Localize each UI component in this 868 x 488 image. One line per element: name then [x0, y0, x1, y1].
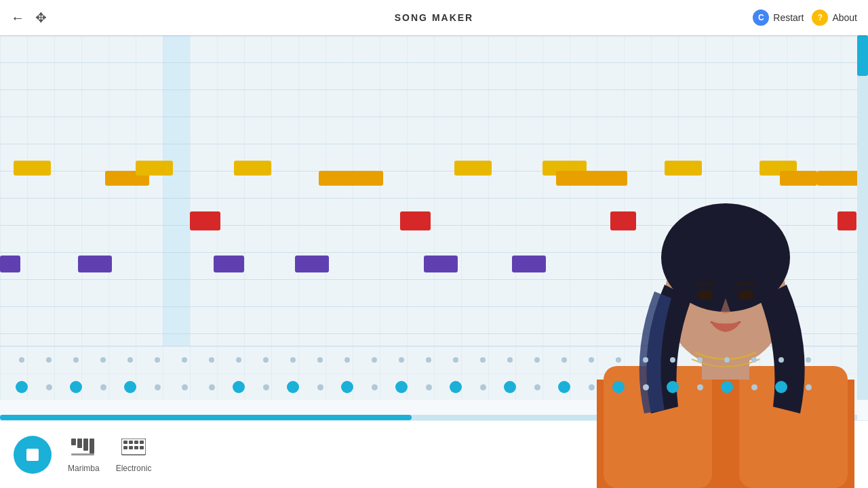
perc-dot-cell[interactable]	[361, 384, 388, 390]
perc-dot-cell[interactable]	[686, 357, 713, 363]
perc-dot-cell[interactable]	[334, 357, 361, 363]
perc-dot-cell[interactable]	[388, 381, 415, 393]
note[interactable]	[0, 256, 20, 272]
note[interactable]	[590, 171, 627, 186]
percussion-area[interactable]	[0, 346, 857, 400]
perc-dot-cell[interactable]	[415, 384, 442, 390]
perc-dot-cell[interactable]	[659, 381, 686, 393]
note[interactable]	[610, 211, 636, 230]
note[interactable]	[78, 256, 112, 272]
note[interactable]	[780, 171, 817, 186]
perc-dot-cell[interactable]	[8, 381, 35, 393]
note[interactable]	[454, 161, 492, 176]
about-button[interactable]: ? About	[812, 9, 857, 26]
perc-dot-cell[interactable]	[795, 384, 822, 390]
perc-dot-cell[interactable]	[686, 384, 713, 390]
perc-dot-cell[interactable]	[632, 357, 659, 363]
perc-dot-cell[interactable]	[144, 357, 171, 363]
perc-dot-cell[interactable]	[524, 357, 551, 363]
perc-dot-cell[interactable]	[117, 381, 144, 393]
perc-dot-cell[interactable]	[795, 357, 822, 363]
perc-dot-cell[interactable]	[225, 381, 252, 393]
note[interactable]	[512, 256, 546, 272]
perc-dot-cell[interactable]	[659, 357, 686, 363]
note[interactable]	[136, 161, 173, 176]
perc-dot-cell[interactable]	[632, 384, 659, 390]
perc-dot-cell[interactable]	[198, 384, 225, 390]
perc-dot-cell[interactable]	[469, 384, 496, 390]
perc-dot-cell[interactable]	[144, 384, 171, 390]
perc-dot-cell[interactable]	[768, 381, 795, 393]
perc-dot-cell[interactable]	[90, 384, 117, 390]
tempo-thumb[interactable]	[751, 448, 765, 462]
perc-dot-active	[124, 381, 136, 393]
perc-dot-cell[interactable]	[8, 357, 35, 363]
note[interactable]	[214, 256, 244, 272]
perc-dot-cell[interactable]	[252, 357, 279, 363]
perc-dot-cell[interactable]	[279, 381, 307, 393]
percussion-container[interactable]	[5, 346, 852, 400]
perc-dot-cell[interactable]	[578, 357, 605, 363]
perc-dot-cell[interactable]	[198, 357, 225, 363]
perc-dot-cell[interactable]	[117, 357, 144, 363]
note[interactable]	[234, 161, 271, 176]
percussion-row-2[interactable]	[5, 373, 852, 401]
perc-dot-cell[interactable]	[713, 357, 741, 363]
perc-dot-cell[interactable]	[171, 384, 198, 390]
perc-dot-cell[interactable]	[252, 384, 279, 390]
perc-dot-cell[interactable]	[334, 381, 361, 393]
note[interactable]	[837, 211, 856, 230]
perc-dot-cell[interactable]	[713, 381, 741, 393]
note[interactable]	[14, 161, 51, 176]
perc-dot-cell[interactable]	[62, 357, 90, 363]
perc-dot-cell[interactable]	[469, 357, 496, 363]
scrollbar-track[interactable]	[857, 35, 868, 400]
perc-dot-cell[interactable]	[442, 357, 469, 363]
perc-dot-cell[interactable]	[605, 357, 632, 363]
note[interactable]	[424, 256, 458, 272]
svg-rect-11	[129, 441, 133, 444]
perc-dot-cell[interactable]	[741, 357, 768, 363]
restart-button[interactable]: C Restart	[753, 9, 804, 26]
perc-dot-cell[interactable]	[171, 357, 198, 363]
tempo-slider[interactable]	[677, 453, 812, 457]
back-button[interactable]: ←	[11, 10, 24, 26]
perc-dot-cell[interactable]	[496, 381, 524, 393]
perc-dot-cell[interactable]	[442, 381, 469, 393]
svg-rect-16	[134, 446, 138, 449]
perc-dot-cell[interactable]	[35, 384, 62, 390]
perc-dot-cell[interactable]	[90, 357, 117, 363]
perc-dot-cell[interactable]	[307, 384, 334, 390]
perc-dot-cell[interactable]	[524, 384, 551, 390]
perc-dot-cell[interactable]	[415, 357, 442, 363]
perc-dot-cell[interactable]	[741, 384, 768, 390]
note[interactable]	[556, 171, 593, 186]
perc-dot-cell[interactable]	[62, 381, 90, 393]
progress-bar-container[interactable]	[0, 415, 857, 420]
note[interactable]	[400, 211, 431, 230]
note[interactable]	[817, 171, 857, 186]
note[interactable]	[346, 171, 383, 186]
perc-dot-active	[667, 381, 679, 393]
perc-dot-cell[interactable]	[388, 357, 415, 363]
play-stop-button[interactable]	[14, 436, 52, 474]
perc-dot-cell[interactable]	[605, 381, 632, 393]
note[interactable]	[295, 256, 329, 272]
note[interactable]	[190, 211, 220, 230]
note[interactable]	[665, 161, 702, 176]
marimba-button[interactable]: Marimba	[68, 436, 100, 473]
perc-dot-cell[interactable]	[279, 357, 307, 363]
perc-dot-cell[interactable]	[496, 357, 524, 363]
perc-dot-cell[interactable]	[768, 357, 795, 363]
perc-dot-small	[155, 357, 160, 363]
perc-dot-cell[interactable]	[361, 357, 388, 363]
perc-dot-cell[interactable]	[551, 381, 578, 393]
perc-dot-cell[interactable]	[35, 357, 62, 363]
perc-dot-cell[interactable]	[551, 357, 578, 363]
perc-dot-cell[interactable]	[578, 384, 605, 390]
percussion-row-1[interactable]	[5, 346, 852, 373]
perc-dot-cell[interactable]	[307, 357, 334, 363]
scrollbar-thumb[interactable]	[857, 35, 868, 76]
perc-dot-cell[interactable]	[225, 357, 252, 363]
electronic-button[interactable]: Electronic	[116, 436, 152, 473]
